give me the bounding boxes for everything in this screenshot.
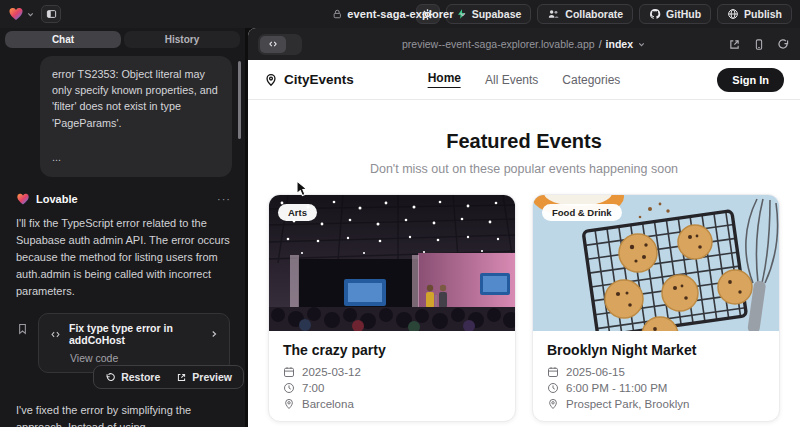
bookmark-icon[interactable]: [16, 322, 29, 336]
event-date: 2025-06-15: [566, 366, 625, 378]
sign-in-button[interactable]: Sign In: [717, 68, 784, 92]
preview-view-button[interactable]: [286, 36, 300, 53]
brand-name: CityEvents: [284, 72, 354, 87]
event-location: Barcelona: [302, 398, 354, 410]
preview-toolbar: preview--event-saga-explorer.lovable.app…: [248, 28, 800, 60]
preview-label: Preview: [192, 371, 232, 383]
event-card-brooklyn-market[interactable]: Food & Drink Brooklyn Night Market 2025-…: [532, 194, 780, 422]
chevron-right-icon: [209, 329, 219, 339]
code-change-title: Fix type type error in addCoHost: [69, 322, 202, 346]
map-pin-icon: [283, 398, 295, 410]
calendar-icon: [547, 366, 559, 378]
refresh-button[interactable]: [777, 38, 790, 51]
url-page: index: [606, 38, 633, 50]
user-message: error TS2353: Object literal may only sp…: [40, 56, 232, 177]
assistant-name: Lovable: [36, 193, 78, 205]
user-error-ellipsis: ...: [52, 149, 220, 165]
open-in-new-tab-button[interactable]: [728, 38, 741, 51]
lovable-heart-icon: [8, 6, 24, 22]
user-error-text: error TS2353: Object literal may only sp…: [52, 66, 220, 131]
event-time: 7:00: [302, 382, 324, 394]
top-bar: event-saga-explorer Supabase: [0, 0, 800, 28]
event-date-row: 2025-06-15: [547, 366, 765, 378]
assistant-message-result: I've fixed the error by simplifying the …: [16, 402, 230, 427]
chevron-down-icon: [637, 40, 646, 49]
restore-icon: [105, 372, 116, 383]
external-link-icon: [176, 372, 187, 383]
smartphone-icon: [753, 38, 765, 51]
preview-panel: preview--event-saga-explorer.lovable.app…: [248, 28, 800, 427]
nav-categories[interactable]: Categories: [562, 73, 620, 87]
event-image-conference-hall: Arts: [269, 195, 515, 331]
view-code-link[interactable]: View code: [70, 352, 219, 364]
map-pin-icon: [264, 73, 278, 87]
code-icon: [49, 329, 62, 340]
code-preview-toggle[interactable]: [258, 34, 302, 55]
section-title: Featured Events: [248, 130, 800, 153]
github-button[interactable]: GitHub: [639, 4, 711, 24]
event-location-row: Prospect Park, Brooklyn: [547, 398, 765, 410]
section-subtitle: Don't miss out on these popular events h…: [248, 162, 800, 176]
restore-label: Restore: [121, 371, 160, 383]
chat-panel: Chat History error TS2353: Object litera…: [0, 28, 245, 427]
map-pin-icon: [547, 398, 559, 410]
collaborate-label: Collaborate: [565, 8, 623, 20]
lovable-logo-menu[interactable]: [8, 6, 35, 22]
project-switcher[interactable]: event-saga-explorer: [332, 8, 467, 20]
chat-history-tabs: Chat History: [5, 31, 240, 48]
event-location-row: Barcelona: [283, 398, 501, 410]
assistant-header: Lovable ···: [16, 192, 231, 206]
sidebar-toggle-button[interactable]: [41, 5, 61, 23]
nav-all-events[interactable]: All Events: [485, 73, 538, 87]
nav-home[interactable]: Home: [428, 71, 461, 88]
supabase-label: Supabase: [472, 8, 522, 20]
project-name: event-saga-explorer: [347, 8, 453, 20]
calendar-icon: [283, 366, 295, 378]
clock-icon: [547, 382, 559, 394]
site-nav: Home All Events Categories: [428, 71, 621, 88]
message-more-menu[interactable]: ···: [217, 193, 231, 205]
chevron-down-icon: [459, 10, 468, 19]
globe-icon: [727, 8, 739, 20]
publish-label: Publish: [744, 8, 782, 20]
event-title: Brooklyn Night Market: [547, 342, 765, 358]
site-header: CityEvents Home All Events Categories Si…: [248, 60, 800, 100]
panel-icon: [45, 8, 58, 20]
tab-chat[interactable]: Chat: [5, 31, 121, 48]
code-change-card[interactable]: Fix type type error in addCoHost View co…: [38, 313, 230, 373]
event-time: 6:00 PM - 11:00 PM: [566, 382, 667, 394]
people-icon: [547, 8, 560, 20]
lovable-heart-icon: [16, 192, 30, 206]
category-badge: Arts: [278, 204, 317, 221]
preview-version-button[interactable]: Preview: [169, 369, 239, 385]
github-icon: [649, 8, 661, 20]
tab-history[interactable]: History: [124, 31, 240, 48]
assistant-message-intro: I'll fix the TypeScript error related to…: [16, 215, 230, 300]
chevron-down-icon: [26, 10, 35, 19]
event-time-row: 7:00: [283, 382, 501, 394]
code-view-button[interactable]: [260, 36, 286, 53]
refresh-icon: [777, 38, 790, 51]
tab-history-label: History: [165, 34, 199, 45]
lock-icon: [332, 9, 342, 19]
tab-chat-label: Chat: [52, 34, 74, 45]
preview-url[interactable]: preview--event-saga-explorer.lovable.app…: [402, 38, 646, 50]
code-icon: [267, 39, 279, 49]
version-actions: Restore Preview: [93, 365, 244, 389]
event-date: 2025-03-12: [302, 366, 361, 378]
chat-scrollbar[interactable]: [238, 61, 241, 139]
external-link-icon: [728, 38, 741, 51]
site-brand[interactable]: CityEvents: [264, 72, 354, 87]
publish-button[interactable]: Publish: [717, 4, 792, 24]
clock-icon: [283, 382, 295, 394]
github-label: GitHub: [666, 8, 701, 20]
event-title: The crazy party: [283, 342, 501, 358]
mobile-view-button[interactable]: [753, 38, 765, 51]
collaborate-button[interactable]: Collaborate: [537, 4, 633, 24]
url-host: preview--event-saga-explorer.lovable.app: [402, 38, 595, 50]
event-card-crazy-party[interactable]: Arts The crazy party 2025-03-12: [268, 194, 516, 422]
restore-button[interactable]: Restore: [98, 369, 167, 385]
url-separator: /: [599, 38, 602, 50]
event-image-cookies: Food & Drink: [533, 195, 779, 331]
site-page: CityEvents Home All Events Categories Si…: [248, 60, 800, 427]
